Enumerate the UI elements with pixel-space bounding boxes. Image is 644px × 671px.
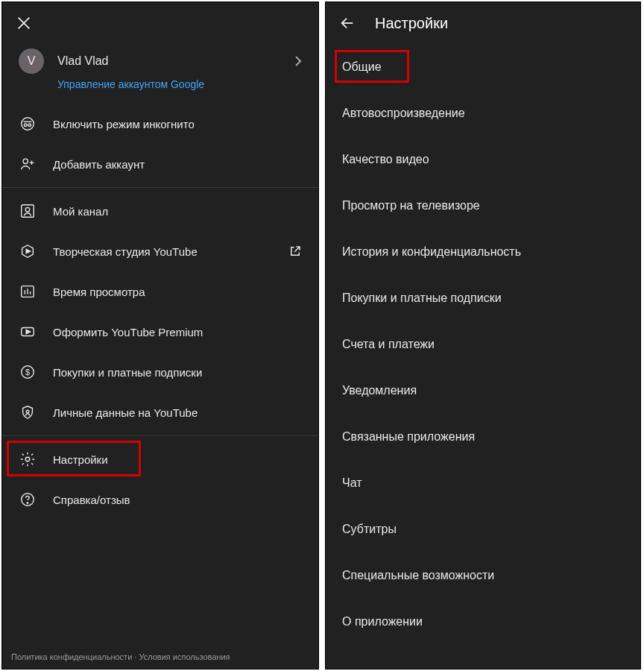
account-row[interactable]: V Vlad Vlad bbox=[2, 44, 318, 77]
svg-point-4 bbox=[28, 124, 31, 127]
account-name: Vlad Vlad bbox=[57, 54, 281, 68]
studio-icon bbox=[19, 242, 37, 260]
close-icon[interactable] bbox=[16, 15, 32, 31]
settings-item-captions[interactable]: Субтитры bbox=[326, 506, 640, 552]
back-arrow-icon[interactable] bbox=[339, 15, 356, 31]
settings-item-video-quality[interactable]: Качество видео bbox=[326, 136, 640, 183]
settings-label: Уведомления bbox=[342, 384, 417, 397]
topbar bbox=[2, 2, 318, 44]
menu-item-add-account[interactable]: Добавить аккаунт bbox=[2, 144, 318, 184]
menu-section-1: Включить режим инкогнито Добавить аккаун… bbox=[2, 104, 318, 184]
settings-item-autoplay[interactable]: Автовоспроизведение bbox=[326, 90, 640, 136]
gear-icon bbox=[19, 450, 37, 468]
svg-marker-11 bbox=[26, 249, 31, 253]
settings-label: История и конфиденциальность bbox=[342, 245, 521, 259]
svg-text:$: $ bbox=[25, 368, 30, 377]
topbar: Настройки bbox=[326, 2, 640, 44]
settings-item-notifications[interactable]: Уведомления bbox=[326, 368, 640, 414]
settings-item-purchases[interactable]: Покупки и платные подписки bbox=[326, 275, 640, 321]
footer-links[interactable]: Политика конфиденциальности · Условия ис… bbox=[11, 652, 230, 661]
settings-item-watch-on-tv[interactable]: Просмотр на телевизоре bbox=[326, 183, 640, 229]
settings-label: Счета и платежи bbox=[342, 338, 435, 351]
settings-label: Покупки и платные подписки bbox=[342, 292, 502, 305]
menu-label: Покупки и платные подписки bbox=[53, 366, 302, 379]
svg-point-21 bbox=[25, 457, 30, 461]
privacy-icon bbox=[19, 403, 37, 421]
settings-list: Общие Автовоспроизведение Качество видео… bbox=[326, 44, 640, 645]
help-icon bbox=[19, 491, 37, 508]
purchases-icon: $ bbox=[19, 363, 37, 381]
settings-label: Специальные возможности bbox=[342, 569, 494, 582]
add-account-icon bbox=[19, 155, 37, 173]
menu-item-incognito[interactable]: Включить режим инкогнито bbox=[2, 104, 318, 144]
menu-label: Настройки bbox=[53, 453, 302, 466]
menu-item-help[interactable]: Справка/отзыв bbox=[2, 479, 318, 520]
time-icon bbox=[19, 283, 37, 300]
menu-label: Время просмотра bbox=[53, 286, 302, 298]
menu-label: Творческая студия YouTube bbox=[53, 245, 272, 258]
menu-item-watch-time[interactable]: Время просмотра bbox=[2, 271, 318, 312]
channel-icon bbox=[19, 202, 37, 220]
menu-item-purchases[interactable]: $ Покупки и платные подписки bbox=[2, 352, 318, 392]
settings-label: Автовоспроизведение bbox=[342, 107, 465, 120]
settings-label: Общие bbox=[342, 60, 382, 74]
menu-section-3: Настройки Справка/отзыв bbox=[2, 439, 318, 520]
settings-screen: Настройки Общие Автовоспроизведение Каче… bbox=[325, 1, 641, 670]
external-link-icon bbox=[288, 245, 302, 258]
divider bbox=[2, 435, 318, 436]
menu-label: Включить режим инкогнито bbox=[53, 118, 302, 130]
avatar: V bbox=[19, 48, 44, 74]
settings-label: О приложении bbox=[342, 615, 423, 629]
svg-point-3 bbox=[24, 124, 27, 127]
settings-label: Чат bbox=[342, 476, 362, 490]
svg-point-5 bbox=[23, 159, 28, 163]
settings-item-history-privacy[interactable]: История и конфиденциальность bbox=[326, 229, 640, 275]
page-title: Настройки bbox=[375, 15, 448, 32]
menu-label: Личные данные на YouTube bbox=[53, 406, 302, 419]
menu-label: Добавить аккаунт bbox=[53, 158, 302, 171]
menu-label: Справка/отзыв bbox=[53, 494, 302, 506]
divider bbox=[2, 187, 318, 188]
settings-label: Просмотр на телевизоре bbox=[342, 199, 480, 212]
settings-label: Субтитры bbox=[342, 523, 397, 536]
menu-section-2: Мой канал Творческая студия YouTube Врем… bbox=[2, 191, 318, 432]
settings-item-billing[interactable]: Счета и платежи bbox=[326, 321, 640, 368]
chevron-right-icon bbox=[294, 55, 302, 67]
svg-point-2 bbox=[22, 118, 34, 130]
svg-point-23 bbox=[27, 503, 28, 503]
incognito-icon bbox=[19, 115, 37, 133]
menu-item-premium[interactable]: Оформить YouTube Premium bbox=[2, 312, 318, 352]
svg-point-20 bbox=[26, 410, 29, 413]
account-menu-screen: V Vlad Vlad Управление аккаунтом Google … bbox=[1, 1, 319, 670]
svg-marker-17 bbox=[26, 330, 31, 334]
manage-google-account-link[interactable]: Управление аккаунтом Google bbox=[2, 77, 318, 104]
settings-label: Качество видео bbox=[342, 153, 429, 166]
premium-icon bbox=[19, 323, 37, 341]
settings-item-about[interactable]: О приложении bbox=[326, 599, 640, 645]
settings-label: Связанные приложения bbox=[342, 430, 475, 444]
menu-label: Мой канал bbox=[53, 205, 302, 218]
settings-item-accessibility[interactable]: Специальные возможности bbox=[326, 552, 640, 599]
settings-item-general[interactable]: Общие bbox=[326, 44, 640, 90]
menu-item-my-channel[interactable]: Мой канал bbox=[2, 191, 318, 231]
menu-item-settings[interactable]: Настройки bbox=[2, 439, 318, 479]
menu-item-studio[interactable]: Творческая студия YouTube bbox=[2, 231, 318, 271]
settings-item-chat[interactable]: Чат bbox=[326, 460, 640, 506]
menu-label: Оформить YouTube Premium bbox=[53, 326, 302, 338]
svg-rect-8 bbox=[22, 205, 34, 218]
settings-item-connected-apps[interactable]: Связанные приложения bbox=[326, 414, 640, 460]
menu-item-your-data[interactable]: Личные данные на YouTube bbox=[2, 392, 318, 432]
svg-point-9 bbox=[25, 207, 30, 212]
